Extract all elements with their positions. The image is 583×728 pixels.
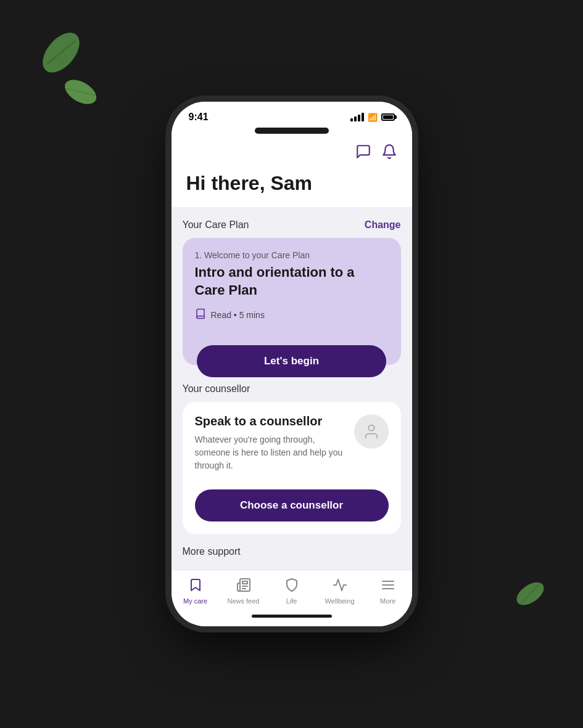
decorative-leaf-1	[32, 27, 91, 81]
care-plan-section: Your Care Plan Change 1. Welcome to your…	[183, 219, 401, 364]
more-support-section: More support	[183, 546, 401, 557]
phone-frame: 9:41 📶	[172, 102, 412, 626]
care-plan-title: Your Care Plan	[183, 219, 249, 231]
greeting-text: Hi there, Sam	[186, 172, 397, 195]
tab-wellbeing[interactable]: Wellbeing	[321, 578, 358, 605]
my-care-icon	[188, 578, 203, 595]
counsellor-section: Your counsellor Speak to a counsellor Wh…	[183, 383, 401, 534]
header-section: Hi there, Sam	[172, 136, 412, 207]
change-button[interactable]: Change	[365, 219, 401, 231]
tab-wellbeing-label: Wellbeing	[325, 597, 354, 605]
status-bar: 9:41 📶	[172, 102, 412, 128]
care-plan-meta: Read • 5 mins	[195, 308, 389, 322]
counsellor-avatar	[354, 414, 389, 449]
care-plan-step: 1. Welcome to your Care Plan	[195, 250, 389, 260]
header-icons	[186, 144, 397, 163]
counsellor-card-desc: Whatever you're going through, someone i…	[195, 433, 347, 472]
tab-more-label: More	[380, 597, 395, 605]
tab-life-label: Life	[286, 597, 297, 605]
tab-life[interactable]: Life	[273, 578, 310, 605]
tab-bar: My care News feed Life	[172, 570, 412, 610]
decorative-leaf-2	[59, 75, 102, 112]
home-indicator	[172, 610, 412, 626]
notification-button[interactable]	[381, 144, 397, 163]
book-icon	[195, 308, 206, 322]
life-icon	[284, 578, 299, 595]
signal-icon	[350, 113, 364, 121]
tab-news-feed[interactable]: News feed	[225, 578, 262, 605]
home-bar	[252, 615, 332, 618]
dynamic-island-pill	[255, 128, 329, 134]
choose-counsellor-button[interactable]: Choose a counsellor	[195, 489, 389, 521]
care-plan-card: 1. Welcome to your Care Plan Intro and o…	[183, 238, 401, 364]
counsellor-top-row: Speak to a counsellor Whatever you're go…	[195, 414, 389, 482]
tab-my-care-label: My care	[183, 597, 207, 605]
care-plan-card-title: Intro and orientation to a Care Plan	[195, 264, 389, 299]
status-icons: 📶	[350, 113, 395, 122]
news-feed-icon	[236, 578, 251, 595]
counsellor-card: Speak to a counsellor Whatever you're go…	[183, 402, 401, 534]
tab-news-feed-label: News feed	[228, 597, 260, 605]
tab-more[interactable]: More	[370, 578, 407, 605]
svg-point-6	[368, 425, 374, 430]
read-time: Read • 5 mins	[211, 310, 265, 320]
chat-button[interactable]	[355, 144, 371, 163]
status-time: 9:41	[189, 112, 209, 123]
wellbeing-icon	[333, 578, 347, 595]
dynamic-island-area	[172, 128, 412, 136]
counsellor-header: Your counsellor	[183, 383, 401, 395]
more-support-title: More support	[183, 546, 241, 557]
begin-button[interactable]: Let's begin	[197, 345, 387, 377]
main-content: Your Care Plan Change 1. Welcome to your…	[172, 207, 412, 569]
more-icon	[381, 578, 395, 595]
decorative-leaf-3	[508, 573, 550, 613]
wifi-icon: 📶	[368, 113, 378, 122]
care-plan-header: Your Care Plan Change	[183, 219, 401, 231]
counsellor-card-title: Speak to a counsellor	[195, 414, 347, 428]
tab-my-care[interactable]: My care	[177, 578, 214, 605]
counsellor-section-title: Your counsellor	[183, 383, 250, 395]
counsellor-text: Speak to a counsellor Whatever you're go…	[195, 414, 347, 482]
battery-icon	[381, 113, 395, 121]
